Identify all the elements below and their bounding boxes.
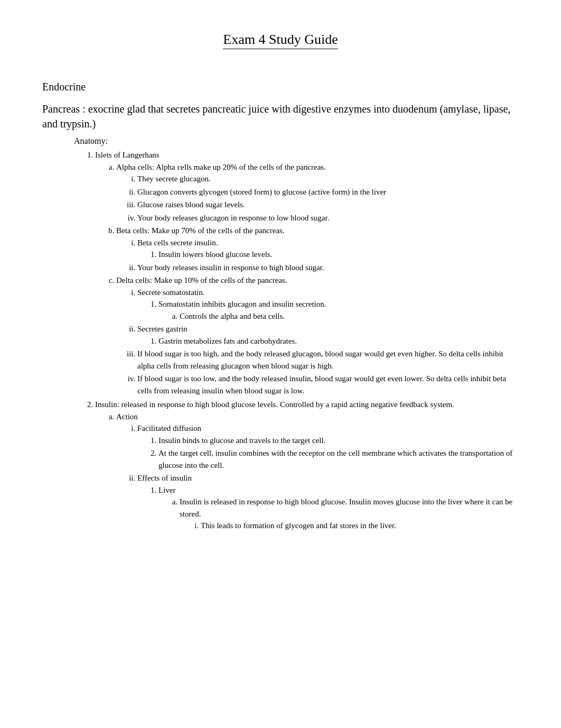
- decimal-list: Liver Insulin is released in response to…: [158, 484, 519, 532]
- decimal-list: Insulin lowers blood glucose levels.: [158, 248, 519, 261]
- list-item: Your body releases insulin in response t…: [137, 262, 519, 274]
- content-area: Islets of Langerhans Alpha cells: Alpha …: [42, 149, 519, 532]
- list-item-text: Beta cells secrete insulin.: [137, 238, 218, 247]
- roman-list: Facilitated diffusion Insulin binds to g…: [137, 422, 519, 532]
- list-item: Action Facilitated diffusion Insulin bin…: [116, 411, 519, 532]
- list-item: Insulin is released in response to high …: [180, 496, 519, 532]
- list-item-text: Insulin lowers blood glucose levels.: [158, 250, 272, 259]
- section-heading: Endocrine: [42, 81, 519, 93]
- list-item-text: Insulin binds to glucose and travels to …: [158, 436, 325, 445]
- list-item: Your body releases glucagon in response …: [137, 212, 519, 224]
- list-item-text: Islets of Langerhans: [95, 151, 160, 159]
- roman-list: They secrete glucagon. Glucagon converts…: [137, 173, 519, 224]
- alpha2-list: Insulin is released in response to high …: [180, 496, 519, 532]
- list-item: Insulin: released in response to high bl…: [95, 399, 519, 532]
- list-item-text: Glucagon converts glycogen (stored form)…: [137, 188, 386, 196]
- list-item-text: Effects of insulin: [137, 474, 192, 482]
- list-item-text: Delta cells: Make up 10% of the cells of…: [116, 276, 287, 284]
- list-item-text: Controls the alpha and beta cells.: [180, 312, 285, 320]
- list-item-text: Glucose raises blood sugar levels.: [137, 200, 245, 209]
- roman-list: Beta cells secrete insulin. Insulin lowe…: [137, 237, 519, 274]
- list-item: Liver Insulin is released in response to…: [158, 484, 519, 532]
- list-item: Islets of Langerhans Alpha cells: Alpha …: [95, 149, 519, 397]
- decimal-list: Gastrin metabolizes fats and carbohydrat…: [158, 335, 519, 347]
- list-item-text: Your body releases insulin in response t…: [137, 263, 324, 272]
- list-item-text: Action: [116, 412, 138, 421]
- roman2-list: This leads to formation of glycogen and …: [201, 520, 519, 532]
- intro-paragraph: Pancreas : exocrine glad that secretes p…: [42, 102, 519, 131]
- decimal-list: Insulin binds to glucose and travels to …: [158, 435, 519, 472]
- list-item-text: Somatostatin inhibits glucagon and insul…: [158, 300, 326, 308]
- list-item: Delta cells: Make up 10% of the cells of…: [116, 274, 519, 397]
- list-item: Alpha cells: Alpha cells make up 20% of …: [116, 161, 519, 224]
- list-item: Somatostatin inhibits glucagon and insul…: [158, 298, 519, 322]
- list-item: Insulin binds to glucose and travels to …: [158, 435, 519, 447]
- list-item: Secrete somatostatin. Somatostatin inhib…: [137, 287, 519, 322]
- list-item: At the target cell, insulin combines wit…: [158, 447, 519, 471]
- list-item: This leads to formation of glycogen and …: [201, 520, 519, 532]
- list-item-text: Insulin is released in response to high …: [180, 497, 512, 518]
- list-item-text: Gastrin metabolizes fats and carbohydrat…: [158, 337, 297, 345]
- list-item-text: Your body releases glucagon in response …: [137, 214, 329, 222]
- list-item-text: Insulin: released in response to high bl…: [95, 400, 454, 409]
- list-item: Controls the alpha and beta cells.: [180, 310, 519, 322]
- list-item-text: At the target cell, insulin combines wit…: [158, 449, 512, 469]
- list-item-text: Facilitated diffusion: [137, 424, 201, 432]
- alpha-list: Alpha cells: Alpha cells make up 20% of …: [116, 161, 519, 397]
- roman-list: Secrete somatostatin. Somatostatin inhib…: [137, 287, 519, 397]
- list-item-text: This leads to formation of glycogen and …: [201, 521, 396, 530]
- list-item: Effects of insulin Liver Insulin is rele…: [137, 472, 519, 532]
- list-item-text: Liver: [158, 486, 175, 494]
- list-item: Beta cells secrete insulin. Insulin lowe…: [137, 237, 519, 261]
- list-item-text: Secretes gastrin: [137, 325, 188, 333]
- list-item: Gastrin metabolizes fats and carbohydrat…: [158, 335, 519, 347]
- list-item: Beta cells: Make up 70% of the cells of …: [116, 225, 519, 273]
- list-item: If blood sugar is too high, and the body…: [137, 348, 519, 372]
- list-item-text: Alpha cells: Alpha cells make up 20% of …: [116, 163, 326, 171]
- list-item-text: Secrete somatostatin.: [137, 288, 204, 297]
- page-title: Exam 4 Study Guide: [223, 32, 338, 49]
- list-item-text: If blood sugar is too low, and the body …: [137, 374, 506, 395]
- list-item: Insulin lowers blood glucose levels.: [158, 248, 519, 261]
- list-item: They secrete glucagon.: [137, 173, 519, 185]
- list-item-text: Beta cells: Make up 70% of the cells of …: [116, 226, 285, 235]
- main-list: Islets of Langerhans Alpha cells: Alpha …: [95, 149, 519, 532]
- list-item: Facilitated diffusion Insulin binds to g…: [137, 422, 519, 471]
- list-item: Glucagon converts glycogen (stored form)…: [137, 186, 519, 198]
- list-item: If blood sugar is too low, and the body …: [137, 373, 519, 397]
- alpha-list: Action Facilitated diffusion Insulin bin…: [116, 411, 519, 532]
- list-item-text: They secrete glucagon.: [137, 174, 211, 183]
- list-item: Glucose raises blood sugar levels.: [137, 199, 519, 211]
- list-item-text: If blood sugar is too high, and the body…: [137, 349, 503, 370]
- anatomy-label: Anatomy:: [74, 136, 519, 146]
- decimal-list: Somatostatin inhibits glucagon and insul…: [158, 298, 519, 322]
- list-item: Secretes gastrin Gastrin metabolizes fat…: [137, 323, 519, 347]
- alpha2-list: Controls the alpha and beta cells.: [180, 310, 519, 322]
